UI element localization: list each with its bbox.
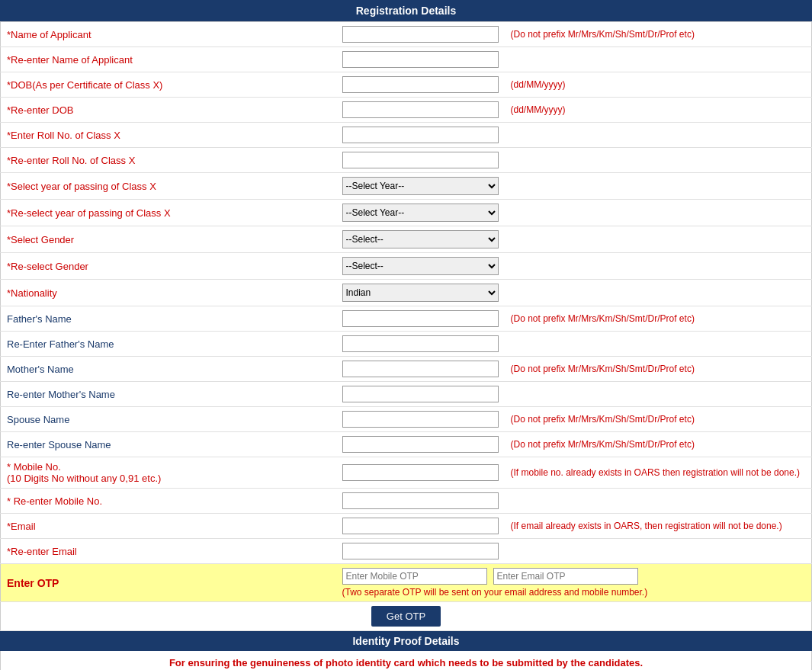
hint-select-gender bbox=[505, 226, 812, 253]
otp-note: (Two separate OTP will be sent on your e… bbox=[342, 587, 806, 598]
hint-name-applicant: (Do not prefix Mr/Mrs/Km/Sh/Smt/Dr/Prof … bbox=[505, 22, 812, 47]
input-cell-reselect-year: --Select Year-- bbox=[336, 200, 505, 226]
select-year-dropdown[interactable]: --Select Year-- bbox=[342, 177, 499, 195]
input-cell-reselect-gender: --Select-- bbox=[336, 253, 505, 280]
email-input[interactable] bbox=[342, 518, 499, 534]
mothers-name-input[interactable] bbox=[342, 361, 499, 377]
hint-reenter-spouse-name: (Do not prefix Mr/Mrs/Km/Sh/Smt/Dr/Prof … bbox=[505, 432, 812, 457]
hint-dob: (dd/MM/yyyy) bbox=[505, 72, 812, 98]
mobile-hint-text: (If mobile no. already exists in OARS th… bbox=[511, 467, 801, 478]
row-reenter-dob: *Re-enter DOB (dd/MM/yyyy) bbox=[1, 98, 812, 123]
input-cell-select-gender: --Select-- bbox=[336, 226, 505, 253]
input-cell-dob bbox=[336, 72, 505, 98]
registration-header: Registration Details bbox=[0, 0, 812, 21]
input-cell-email bbox=[336, 514, 505, 539]
hint-reselect-gender bbox=[505, 253, 812, 280]
input-cell-mobile-no bbox=[336, 457, 505, 489]
label-name-applicant: *Name of Applicant bbox=[1, 22, 336, 47]
input-cell-reenter-mobile-no bbox=[336, 489, 505, 514]
label-enter-otp: Enter OTP bbox=[1, 564, 336, 602]
reenter-roll-no-input[interactable] bbox=[342, 152, 499, 168]
hint-mobile-no: (If mobile no. already exists in OARS th… bbox=[505, 457, 812, 489]
nationality-dropdown[interactable]: Indian bbox=[342, 284, 499, 302]
row-reselect-year: *Re-select year of passing of Class X --… bbox=[1, 200, 812, 226]
hint-reenter-mothers-name bbox=[505, 382, 812, 407]
hint-select-year bbox=[505, 173, 812, 200]
otp-inputs-wrapper: (Two separate OTP will be sent on your e… bbox=[342, 568, 806, 598]
label-nationality: *Nationality bbox=[1, 280, 336, 306]
name-applicant-input[interactable] bbox=[342, 26, 499, 43]
row-fathers-name: Father's Name (Do not prefix Mr/Mrs/Km/S… bbox=[1, 306, 812, 332]
row-reenter-mobile-no: * Re-enter Mobile No. bbox=[1, 489, 812, 514]
reenter-name-input[interactable] bbox=[342, 51, 499, 68]
label-reenter-fathers-name: Re-Enter Father's Name bbox=[1, 332, 336, 357]
identity-note1: For ensuring the genuineness of photo id… bbox=[7, 654, 805, 670]
identity-title: Identity Proof Details bbox=[352, 635, 459, 647]
get-otp-cell: Get OTP bbox=[1, 602, 812, 631]
row-reenter-email: *Re-enter Email bbox=[1, 539, 812, 564]
reenter-fathers-name-input[interactable] bbox=[342, 335, 499, 352]
label-select-gender: *Select Gender bbox=[1, 226, 336, 253]
input-cell-nationality: Indian bbox=[336, 280, 505, 306]
input-cell-reenter-roll-no bbox=[336, 148, 505, 173]
reselect-gender-dropdown[interactable]: --Select-- bbox=[342, 257, 499, 275]
input-cell-reenter-dob bbox=[336, 98, 505, 123]
row-dob: *DOB(As per Certificate of Class X) (dd/… bbox=[1, 72, 812, 98]
row-email: *Email (If email already exists in OARS,… bbox=[1, 514, 812, 539]
row-nationality: *Nationality Indian bbox=[1, 280, 812, 306]
row-roll-no: *Enter Roll No. of Class X bbox=[1, 123, 812, 148]
identity-notes-container: For ensuring the genuineness of photo id… bbox=[0, 651, 812, 670]
label-mothers-name: Mother's Name bbox=[1, 357, 336, 382]
dob-input[interactable] bbox=[342, 76, 499, 93]
get-otp-button[interactable]: Get OTP bbox=[371, 606, 441, 627]
label-select-year: *Select year of passing of Class X bbox=[1, 173, 336, 200]
input-cell-fathers-name bbox=[336, 306, 505, 332]
label-reenter-email: *Re-enter Email bbox=[1, 539, 336, 564]
label-dob: *DOB(As per Certificate of Class X) bbox=[1, 72, 336, 98]
input-cell-reenter-email bbox=[336, 539, 505, 564]
hint-mothers-name: (Do not prefix Mr/Mrs/Km/Sh/Smt/Dr/Prof … bbox=[505, 357, 812, 382]
row-reenter-fathers-name: Re-Enter Father's Name bbox=[1, 332, 812, 357]
hint-reenter-fathers-name bbox=[505, 332, 812, 357]
row-select-gender: *Select Gender --Select-- bbox=[1, 226, 812, 253]
mobile-label-line2: (10 Digits No without any 0,91 etc.) bbox=[7, 473, 161, 484]
input-cell-spouse-name bbox=[336, 407, 505, 432]
input-cell-reenter-fathers-name bbox=[336, 332, 505, 357]
select-gender-dropdown[interactable]: --Select-- bbox=[342, 230, 499, 248]
row-reselect-gender: *Re-select Gender --Select-- bbox=[1, 253, 812, 280]
email-otp-input[interactable] bbox=[493, 568, 638, 585]
otp-inputs-cell: (Two separate OTP will be sent on your e… bbox=[336, 564, 812, 602]
fathers-name-input[interactable] bbox=[342, 310, 499, 327]
mobile-no-input[interactable] bbox=[342, 464, 499, 481]
email-hint-text: (If email already exists in OARS, then r… bbox=[511, 521, 782, 531]
registration-title: Registration Details bbox=[356, 5, 456, 17]
reenter-spouse-name-input[interactable] bbox=[342, 436, 499, 453]
row-enter-otp: Enter OTP (Two separate OTP will be sent… bbox=[1, 564, 812, 602]
reenter-mothers-name-input[interactable] bbox=[342, 386, 499, 402]
input-cell-roll-no bbox=[336, 123, 505, 148]
label-email: *Email bbox=[1, 514, 336, 539]
label-reenter-mothers-name: Re-enter Mother's Name bbox=[1, 382, 336, 407]
spouse-name-input[interactable] bbox=[342, 411, 499, 428]
mobile-otp-input[interactable] bbox=[342, 568, 487, 585]
roll-no-input[interactable] bbox=[342, 127, 499, 143]
row-select-year: *Select year of passing of Class X --Sel… bbox=[1, 173, 812, 200]
hint-reenter-roll-no bbox=[505, 148, 812, 173]
hint-reenter-name bbox=[505, 47, 812, 72]
row-spouse-name: Spouse Name (Do not prefix Mr/Mrs/Km/Sh/… bbox=[1, 407, 812, 432]
identity-header: Identity Proof Details bbox=[0, 631, 812, 651]
hint-fathers-name: (Do not prefix Mr/Mrs/Km/Sh/Smt/Dr/Prof … bbox=[505, 306, 812, 332]
reenter-dob-input[interactable] bbox=[342, 101, 499, 118]
row-name-applicant: *Name of Applicant (Do not prefix Mr/Mrs… bbox=[1, 22, 812, 47]
label-reselect-gender: *Re-select Gender bbox=[1, 253, 336, 280]
input-cell-name bbox=[336, 22, 505, 47]
label-reenter-name: *Re-enter Name of Applicant bbox=[1, 47, 336, 72]
main-container: Registration Details *Name of Applicant … bbox=[0, 0, 812, 670]
reselect-year-dropdown[interactable]: --Select Year-- bbox=[342, 204, 499, 222]
hint-reenter-email bbox=[505, 539, 812, 564]
registration-form: *Name of Applicant (Do not prefix Mr/Mrs… bbox=[0, 21, 812, 631]
reenter-mobile-no-input[interactable] bbox=[342, 492, 499, 509]
hint-email: (If email already exists in OARS, then r… bbox=[505, 514, 812, 539]
label-reenter-roll-no: *Re-enter Roll No. of Class X bbox=[1, 148, 336, 173]
reenter-email-input[interactable] bbox=[342, 543, 499, 559]
